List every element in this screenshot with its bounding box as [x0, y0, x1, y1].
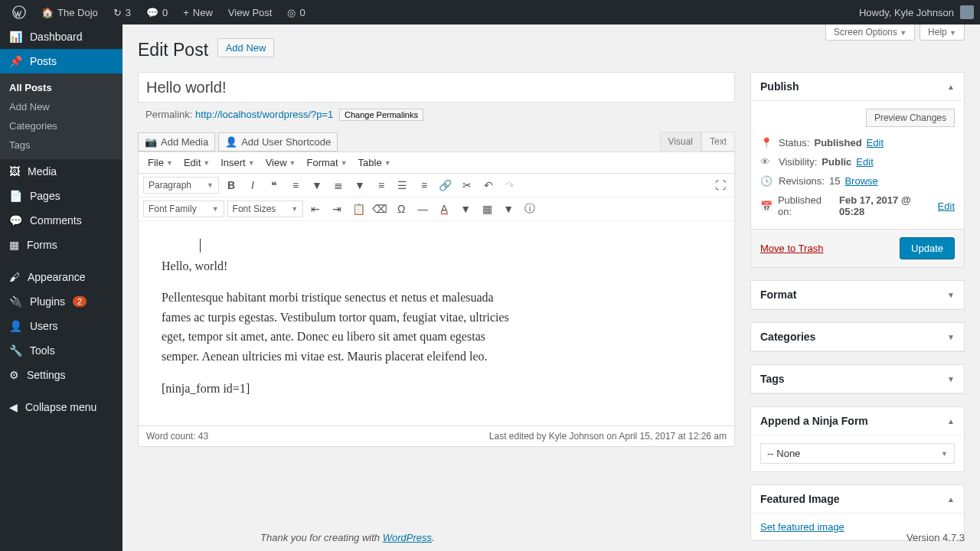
wordpress-link[interactable]: WordPress	[383, 532, 432, 543]
redo-button[interactable]: ↷	[501, 176, 519, 194]
menu-insert[interactable]: Insert▼	[216, 154, 259, 171]
screen-options-tab[interactable]: Screen Options ▼	[825, 24, 915, 41]
blockquote-button[interactable]: ❝	[265, 176, 283, 194]
comment-icon: 💬	[9, 214, 22, 227]
add-new-button[interactable]: Add New	[217, 38, 275, 57]
menu-view[interactable]: View▼	[261, 154, 301, 171]
specialchar-button[interactable]: Ω	[392, 200, 410, 218]
align-left-button[interactable]: ≡	[372, 176, 390, 194]
paragraph: Pellentesque habitant morbi tristique se…	[162, 288, 514, 366]
target-icon: ◎	[287, 7, 296, 18]
table-button[interactable]: ▦	[478, 200, 496, 218]
sidebar-item-settings[interactable]: ⚙Settings	[0, 363, 122, 387]
submenu-all-posts[interactable]: All Posts	[0, 78, 122, 97]
paragraph: Hello, world!	[162, 256, 711, 276]
visual-tab[interactable]: Visual	[660, 132, 701, 152]
tags-box[interactable]: Tags▼	[750, 364, 965, 394]
unlink-button[interactable]: ✂	[458, 176, 476, 194]
clear-format-button[interactable]: ⌫	[371, 200, 389, 218]
toolbar-row1: Paragraph▼ B I ❝ ≡▼ ≣▼ ≡ ☰ ≡ 🔗 ✂ ↶	[139, 174, 734, 197]
ninja-form-select[interactable]: -- None▼	[760, 443, 955, 464]
menu-file[interactable]: File▼	[143, 154, 178, 171]
post-title-input[interactable]: Hello world!	[138, 72, 735, 103]
toggle-icon[interactable]: ▲	[947, 83, 955, 91]
hr-button[interactable]: —	[413, 200, 432, 218]
format-box[interactable]: Format▼	[750, 280, 965, 310]
avatar[interactable]	[960, 5, 974, 19]
wp-footer: Thank you for creating with WordPress. V…	[260, 524, 965, 551]
dashboard-icon: 📊	[9, 31, 22, 43]
categories-box[interactable]: Categories▼	[750, 322, 965, 352]
sidebar-item-tools[interactable]: 🔧Tools	[0, 338, 122, 363]
align-right-button[interactable]: ≡	[415, 176, 433, 194]
edit-date[interactable]: Edit	[938, 201, 955, 212]
help-tab[interactable]: Help ▼	[920, 24, 965, 41]
browse-revisions[interactable]: Browse	[844, 175, 877, 187]
wrench-icon: 🔧	[9, 344, 22, 357]
howdy[interactable]: Howdy, Kyle Johnson	[859, 7, 954, 18]
submenu-categories[interactable]: Categories	[0, 116, 122, 135]
ninja-count[interactable]: ◎0	[281, 0, 311, 24]
bullet-list-button[interactable]: ≡	[286, 176, 305, 194]
preview-button[interactable]: Preview Changes	[866, 109, 955, 127]
plugin-icon: 🔌	[9, 295, 22, 308]
user-icon: 👤	[9, 320, 22, 332]
sidebar-item-media[interactable]: 🖼Media	[0, 159, 122, 184]
edit-status[interactable]: Edit	[867, 137, 884, 148]
sidebar-item-pages[interactable]: 📄Pages	[0, 184, 122, 208]
undo-button[interactable]: ↶	[479, 176, 498, 194]
sidebar-item-comments[interactable]: 💬Comments	[0, 208, 122, 233]
submenu-add-new[interactable]: Add New	[0, 97, 122, 116]
fontsize-select[interactable]: Font Sizes▼	[227, 201, 304, 217]
textcolor-button[interactable]: A	[435, 200, 453, 218]
ninja-form-box: Append a Ninja Form▲ -- None▼	[750, 406, 965, 472]
sidebar-item-plugins[interactable]: 🔌Plugins2	[0, 289, 122, 314]
paste-button[interactable]: 📋	[349, 200, 368, 218]
link-button[interactable]: 🔗	[436, 176, 455, 194]
editor-menubar: File▼ Edit▼ Insert▼ View▼ Format▼ Table▼	[139, 152, 734, 174]
comment-icon: 💬	[146, 7, 158, 18]
italic-button[interactable]: I	[243, 176, 262, 194]
sidebar-item-appearance[interactable]: 🖌Appearance	[0, 265, 122, 289]
menu-table[interactable]: Table▼	[354, 154, 396, 171]
sidebar-item-users[interactable]: 👤Users	[0, 314, 122, 338]
plugins-badge: 2	[73, 296, 87, 307]
align-center-button[interactable]: ☰	[394, 176, 412, 194]
menu-format[interactable]: Format▼	[302, 154, 352, 171]
update-button[interactable]: Update	[900, 237, 955, 259]
collapse-menu[interactable]: ◀Collapse menu	[0, 395, 122, 419]
change-permalinks-button[interactable]: Change Permalinks	[339, 109, 423, 121]
number-list-button[interactable]: ≣	[329, 176, 348, 194]
permalink-link[interactable]: http://localhost/wordpress/?p=1	[195, 109, 333, 120]
wp-logo[interactable]	[6, 0, 32, 24]
fontfamily-select[interactable]: Font Family▼	[143, 201, 224, 217]
gear-icon: ⚙	[9, 369, 19, 381]
add-shortcode-button[interactable]: 👤Add User Shortcode	[218, 132, 338, 152]
edit-visibility[interactable]: Edit	[856, 156, 873, 168]
new-content[interactable]: +New	[177, 0, 219, 24]
editor-body[interactable]: Hello, world! Pellentesque habitant morb…	[139, 221, 734, 425]
sidebar-item-forms[interactable]: ▦Forms	[0, 233, 122, 257]
bold-button[interactable]: B	[222, 176, 240, 194]
view-post[interactable]: View Post	[222, 0, 279, 24]
outdent-button[interactable]: ⇤	[306, 200, 325, 218]
format-select[interactable]: Paragraph▼	[143, 177, 219, 194]
sidebar-item-dashboard[interactable]: 📊Dashboard	[0, 24, 122, 49]
toolbar-row2: Font Family▼ Font Sizes▼ ⇤ ⇥ 📋 ⌫ Ω — A▼ …	[139, 197, 734, 221]
brush-icon: 🖌	[9, 271, 20, 283]
sidebar-item-posts[interactable]: 📌Posts	[0, 49, 122, 73]
indent-button[interactable]: ⇥	[328, 200, 346, 218]
comments-count[interactable]: 💬0	[140, 0, 174, 24]
camera-icon: 📷	[145, 136, 157, 148]
updates[interactable]: ↻3	[107, 0, 137, 24]
site-name[interactable]: 🏠The Dojo	[35, 0, 104, 24]
calendar-icon: 📅	[760, 201, 773, 212]
fullscreen-button[interactable]: ⛶	[711, 176, 730, 194]
user-icon: 👤	[225, 136, 237, 148]
help-button[interactable]: ⓘ	[521, 200, 539, 218]
move-to-trash[interactable]: Move to Trash	[760, 243, 823, 254]
submenu-tags[interactable]: Tags	[0, 135, 122, 155]
add-media-button[interactable]: 📷Add Media	[138, 132, 215, 152]
menu-edit[interactable]: Edit▼	[179, 154, 214, 171]
text-tab[interactable]: Text	[701, 132, 735, 152]
